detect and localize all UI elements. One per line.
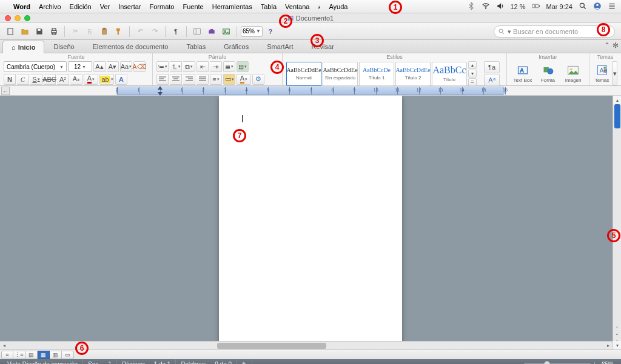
view-print-layout-button[interactable]: ▦ [38,351,50,359]
volume-icon[interactable] [496,2,505,12]
tab-revisar[interactable]: Revisar [303,40,343,53]
status-spellcheck-icon[interactable]: ✎ [237,359,252,364]
vertical-scrollbar[interactable]: ▴ ◦•◦ ▾ [613,96,621,349]
gallery-button[interactable] [220,25,233,38]
superscript-button[interactable]: A² [57,74,69,85]
highlight-button[interactable]: ab▾ [99,74,114,85]
indent-button[interactable]: ⇥ [210,61,222,72]
zoom-slider[interactable]: − + [517,360,597,364]
user-icon[interactable] [593,2,602,12]
status-section[interactable]: Sec. 1 [83,359,117,364]
tab-diseno[interactable]: Diseño [44,40,83,53]
style-tile-titulo1[interactable]: AaBbCcDeTítulo 1 [359,62,394,86]
sidebar-button[interactable] [190,25,204,38]
align-left-button[interactable] [156,74,169,85]
scroll-left-button[interactable]: ◂ [0,342,8,349]
view-outline-button[interactable]: ⋮≡ [13,351,25,359]
style-tile-sin-espaciado[interactable]: AaBbCcDdEeSin espaciado [323,62,358,86]
menu-ventana[interactable]: Ventana [285,3,309,10]
browse-object-buttons[interactable]: ◦•◦ [613,326,621,341]
toolbox-button[interactable] [205,25,218,38]
align-center-button[interactable] [170,74,182,85]
menu-fuente[interactable]: Fuente [183,3,203,10]
status-words[interactable]: Palabras: 0 de 0 [176,359,237,364]
horizontal-scrollbar[interactable]: ◂ ▸ [0,341,613,349]
bold-button[interactable]: N [4,74,16,85]
multilevel-button[interactable]: ⧉▾ [183,61,195,72]
menu-formato[interactable]: Formato [149,3,174,10]
window-close-button[interactable] [5,15,11,21]
view-draft-button[interactable]: ≡ [1,351,13,359]
spotlight-icon[interactable] [579,2,587,12]
hscroll-thumb[interactable] [217,343,326,349]
grow-font-button[interactable]: A▴ [93,61,106,72]
font-size-select[interactable]: 12▼ [68,61,92,72]
align-right-button[interactable] [183,74,195,85]
themes-button[interactable]: Aa Temas [593,61,611,85]
style-tile-normal[interactable]: AaBbCcDdEeNormal [286,62,321,86]
align-justify-button[interactable] [196,74,209,85]
menu-tabla[interactable]: Tabla [261,3,277,10]
print-button[interactable] [47,25,61,38]
battery-icon[interactable] [532,2,540,12]
scroll-down-button[interactable]: ▾ [613,341,621,349]
zoom-out-button[interactable]: − [517,360,521,364]
horizontal-ruler[interactable]: 2112345678910111213141516 [116,87,505,95]
menu-herramientas[interactable]: Herramientas [212,3,252,10]
view-notebook-button[interactable]: ▥ [50,351,62,359]
format-painter-button[interactable] [112,25,126,38]
styles-down-button[interactable]: ▾ [468,70,477,78]
strike-button[interactable]: ABC [44,74,56,85]
menu-ver[interactable]: Ver [100,3,110,10]
insert-shape-button[interactable]: Forma [536,61,560,85]
line-spacing-button[interactable]: ≣▾ [223,61,235,72]
menu-insertar[interactable]: Insertar [118,3,141,10]
shrink-font-button[interactable]: A▾ [107,61,119,72]
numbering-button[interactable]: ⒈▾ [170,61,182,72]
scroll-right-button[interactable]: ▸ [604,342,613,349]
app-name[interactable]: Word [13,3,30,10]
tab-tablas[interactable]: Tablas [177,40,215,53]
new-doc-button[interactable] [4,25,17,38]
underline-button[interactable]: S▾ [30,74,42,85]
status-view[interactable]: Vista Diseño de impresión [2,359,83,364]
font-color-button[interactable]: A▾ [84,74,98,85]
menu-archivo[interactable]: Archivo [39,3,61,10]
ribbon-collapse-button[interactable]: ⌃ [604,41,610,50]
status-pages[interactable]: Páginas: 1 de 1 [117,359,176,364]
document-page[interactable] [219,96,402,349]
insert-image-button[interactable]: Imagen [561,61,585,85]
themes-dropdown[interactable]: ▾ [612,61,617,85]
clock[interactable]: Mar 9:24 [546,3,572,10]
bullets-button[interactable]: ≔▾ [156,61,169,72]
save-button[interactable] [33,25,46,38]
view-publishing-button[interactable]: ▤ [25,351,38,359]
window-zoom-button[interactable] [24,15,30,21]
vscroll-thumb[interactable] [614,104,620,128]
notification-icon[interactable] [608,2,616,12]
zoom-slider-knob[interactable] [544,361,550,364]
ribbon-settings-button[interactable]: ✻ [613,41,619,50]
styles-up-button[interactable]: ▴ [468,61,477,69]
outdent-button[interactable]: ⇤ [196,61,209,72]
insert-textbox-button[interactable]: A Text Box [511,61,535,85]
scroll-up-button[interactable]: ▴ [613,96,621,104]
subscript-button[interactable]: A₂ [70,74,82,85]
zoom-combo[interactable]: 65%▼ [241,26,263,37]
clear-format-button[interactable]: A⌫ [133,61,146,72]
sort-button[interactable]: ⊞▾ [237,61,249,72]
menu-edicion[interactable]: Edición [70,3,92,10]
view-focus-button[interactable]: ▭ [62,351,74,359]
styles-manage-button[interactable]: Aᵃ [484,74,500,86]
italic-button[interactable]: C [17,74,29,85]
line-spacing-options-button[interactable]: ≡▾ [210,74,222,85]
para-settings-button[interactable]: ⚙ [252,74,264,85]
menu-ayuda[interactable]: Ayuda [329,3,347,10]
show-marks-button[interactable]: ¶ [169,25,183,38]
bluetooth-icon[interactable] [467,2,475,12]
style-tile-titulo[interactable]: AaBbCcTítulo [432,62,467,86]
style-tile-titulo2[interactable]: AaBbCcDdEeTítulo 2 [395,62,431,86]
open-button[interactable] [18,25,32,38]
paste-button[interactable] [98,25,111,38]
tab-inicio[interactable]: ⌂Inicio [2,41,44,53]
